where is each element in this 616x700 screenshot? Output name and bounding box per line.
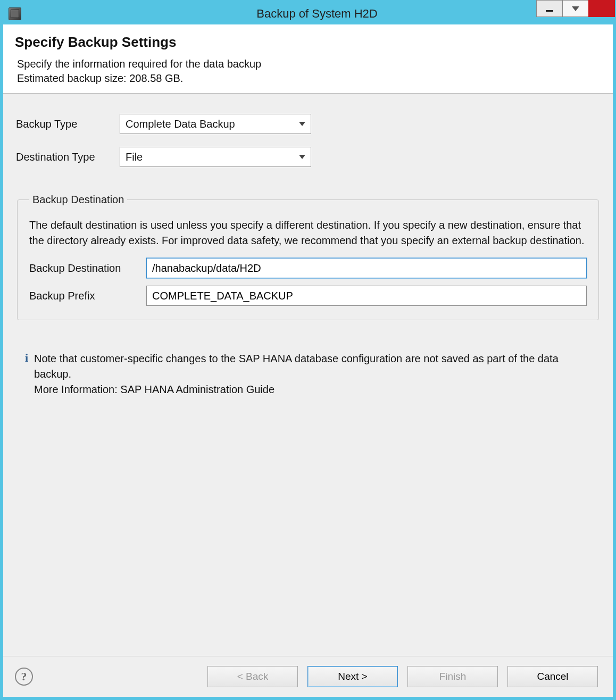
backup-destination-row: Backup Destination: [29, 258, 587, 278]
next-button[interactable]: Next >: [307, 666, 398, 687]
minimize-button[interactable]: [536, 0, 563, 17]
chevron-down-icon: [572, 6, 579, 11]
caption-buttons: [537, 0, 615, 17]
window-title: Backup of System H2D: [21, 7, 613, 21]
destination-type-row: Destination Type File: [16, 147, 600, 167]
app-icon: [9, 7, 21, 20]
minimize-icon: [546, 10, 553, 12]
backup-destination-input[interactable]: [146, 258, 587, 278]
backup-destination-legend: Backup Destination: [29, 194, 127, 206]
info-line-2: More Information: SAP HANA Administratio…: [34, 382, 597, 397]
wizard-footer: ? < Back Next > Finish Cancel: [3, 656, 613, 697]
window-menu-button[interactable]: [562, 0, 589, 17]
backup-destination-description: The default destination is used unless y…: [29, 218, 587, 248]
cancel-button[interactable]: Cancel: [507, 666, 598, 687]
page-subtitle-2: Estimated backup size: 208.58 GB.: [17, 71, 601, 86]
backup-type-label: Backup Type: [16, 118, 120, 130]
destination-type-value: File: [126, 151, 143, 163]
backup-destination-label: Backup Destination: [29, 262, 146, 274]
backup-prefix-label: Backup Prefix: [29, 290, 146, 302]
info-text: Note that customer-specific changes to t…: [34, 351, 597, 397]
backup-type-row: Backup Type Complete Data Backup: [16, 114, 600, 134]
destination-type-label: Destination Type: [16, 151, 120, 163]
client-area: Specify Backup Settings Specify the info…: [3, 24, 613, 697]
close-button[interactable]: [588, 0, 615, 17]
help-button[interactable]: ?: [15, 668, 33, 686]
backup-prefix-row: Backup Prefix: [29, 286, 587, 306]
help-icon: ?: [21, 670, 27, 684]
info-line-1: Note that customer-specific changes to t…: [34, 351, 597, 382]
info-note: i Note that customer-specific changes to…: [16, 351, 600, 397]
dialog-window: Backup of System H2D Specify Backup Sett…: [0, 0, 616, 700]
finish-button[interactable]: Finish: [407, 666, 498, 687]
page-subtitle-1: Specify the information required for the…: [17, 57, 601, 71]
backup-type-select[interactable]: Complete Data Backup: [120, 114, 311, 134]
backup-destination-group: Backup Destination The default destinati…: [17, 194, 599, 320]
back-button[interactable]: < Back: [207, 666, 298, 687]
page-title: Specify Backup Settings: [15, 34, 601, 51]
chevron-down-icon[interactable]: [299, 122, 305, 126]
destination-type-select[interactable]: File: [120, 147, 311, 167]
backup-prefix-input[interactable]: [146, 286, 587, 306]
wizard-body: Backup Type Complete Data Backup Destina…: [3, 94, 613, 656]
backup-type-value: Complete Data Backup: [126, 118, 235, 130]
titlebar[interactable]: Backup of System H2D: [3, 3, 613, 24]
info-icon: i: [19, 351, 34, 365]
wizard-header: Specify Backup Settings Specify the info…: [3, 24, 613, 94]
chevron-down-icon[interactable]: [299, 155, 305, 159]
